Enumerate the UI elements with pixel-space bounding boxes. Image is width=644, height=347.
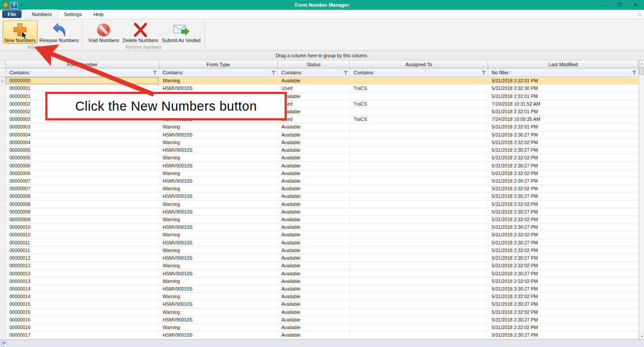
table-row[interactable]: 00000006HSMV90010SAvailable5/31/2018 2:3… <box>0 162 639 169</box>
cell[interactable]: 5/31/2018 2:32:02 PM <box>488 308 639 316</box>
cell[interactable]: 5/31/2018 2:32:02 PM <box>488 278 639 285</box>
cell[interactable]: Available <box>278 177 350 184</box>
cell[interactable]: 00000010 <box>6 231 159 238</box>
cell[interactable]: TraCS <box>350 100 488 107</box>
cell[interactable]: 5/31/2018 2:32:01 PM <box>488 92 639 99</box>
cell[interactable] <box>350 331 488 338</box>
tab-numbers[interactable]: Numbers <box>26 9 58 19</box>
cell[interactable]: Available <box>278 223 350 231</box>
cell[interactable] <box>350 77 488 84</box>
filter-funnel-icon[interactable] <box>482 71 486 75</box>
cell[interactable]: 00000009 <box>6 216 159 223</box>
column-header-status[interactable]: Status <box>278 60 350 68</box>
cell[interactable]: Warning <box>159 278 278 285</box>
cell[interactable]: Available <box>278 146 350 154</box>
scroll-up-icon[interactable]: ▲ <box>639 60 644 66</box>
table-row[interactable]: 00000001HSMV90010SUsedTraCS5/31/2018 2:3… <box>0 85 639 92</box>
filter-funnel-icon[interactable] <box>153 71 157 75</box>
column-header-assigned-to[interactable]: Assigned To <box>350 60 488 68</box>
cell[interactable]: 00000004 <box>6 139 159 146</box>
cell[interactable] <box>350 154 488 161</box>
cell[interactable]: Available <box>278 154 350 161</box>
cell[interactable]: HSMV90010S <box>159 270 278 277</box>
cell[interactable]: 5/31/2018 2:30:27 PM <box>488 239 639 246</box>
cell[interactable] <box>350 247 488 254</box>
cell[interactable] <box>350 293 488 300</box>
cell[interactable]: HSMV90010S <box>159 285 278 292</box>
cell[interactable]: Available <box>278 262 350 269</box>
cell[interactable]: 00000004 <box>6 131 159 138</box>
table-row[interactable]: 00000015HSMV90010SAvailable5/31/2018 2:3… <box>0 300 639 308</box>
cell[interactable]: 5/31/2018 2:32:02 PM <box>488 139 639 146</box>
cell[interactable] <box>350 162 488 169</box>
cell[interactable]: Available <box>278 316 350 323</box>
cell[interactable] <box>350 300 488 308</box>
filter-form-number[interactable]: Contains: <box>6 69 159 77</box>
cell[interactable]: HSMV90010S <box>159 331 278 338</box>
minimize-button[interactable]: — <box>598 2 608 8</box>
cell[interactable]: 00000011 <box>6 247 159 254</box>
table-row[interactable]: 00000005WarningAvailable5/31/2018 2:32:0… <box>0 154 639 162</box>
cell[interactable]: Available <box>278 92 350 99</box>
table-row[interactable]: ▷00000000WarningAvailable5/31/2018 2:32:… <box>0 77 639 85</box>
submit-as-voided-button[interactable]: Submit As Voided <box>160 21 202 44</box>
close-button[interactable]: ✕ <box>631 2 640 8</box>
table-row[interactable]: 00000016HSMV90010SAvailable5/31/2018 2:3… <box>0 316 639 324</box>
cell[interactable]: Available <box>278 170 350 177</box>
cell[interactable]: 00000013 <box>6 270 159 277</box>
cell[interactable]: Available <box>278 300 350 308</box>
cell[interactable]: 00000001 <box>6 85 159 92</box>
table-row[interactable]: 00000016WarningAvailable5/31/2018 2:32:0… <box>0 324 639 331</box>
table-row[interactable]: 00000011HSMV90010SAvailable5/31/2018 2:3… <box>0 239 639 247</box>
cell[interactable]: Available <box>278 278 350 285</box>
column-header-form-number[interactable]: Form Number <box>6 60 159 68</box>
cell[interactable]: Available <box>278 201 350 208</box>
cell[interactable]: 5/31/2018 2:30:27 PM <box>488 300 639 308</box>
table-row[interactable]: 00000005HSMV90010SAvailable5/31/2018 2:3… <box>0 146 639 154</box>
table-row[interactable]: 00000017HSMV90010SAvailable5/31/2018 2:3… <box>0 331 639 339</box>
cell[interactable] <box>350 262 488 269</box>
filter-last-modified[interactable]: No filter: <box>488 69 639 77</box>
restore-button[interactable]: ❐ <box>614 2 624 8</box>
cell[interactable]: Warning <box>159 324 278 331</box>
cell[interactable]: HSMV90010S <box>159 316 278 323</box>
cell[interactable] <box>350 216 488 223</box>
cell[interactable]: Warning <box>159 231 278 238</box>
cell[interactable]: Available <box>278 77 350 84</box>
cell[interactable]: Warning <box>159 185 278 192</box>
cell[interactable]: 00000013 <box>6 278 159 285</box>
cell[interactable]: 00000007 <box>6 185 159 192</box>
cell[interactable]: 00000011 <box>6 239 159 246</box>
file-tab[interactable]: File <box>2 10 22 18</box>
scrollbar-thumb[interactable] <box>639 67 644 75</box>
cell[interactable] <box>350 139 488 146</box>
cell[interactable] <box>350 185 488 192</box>
cell[interactable]: 5/31/2018 2:30:27 PM <box>488 162 639 169</box>
cell[interactable] <box>350 146 488 154</box>
cell[interactable]: Used <box>278 116 350 123</box>
cell[interactable] <box>350 123 488 130</box>
cell[interactable]: Available <box>278 293 350 300</box>
cell[interactable]: Used <box>278 85 350 92</box>
filter-funnel-icon[interactable] <box>632 71 636 75</box>
delete-numbers-button[interactable]: Delete Numbers <box>121 21 160 44</box>
cell[interactable]: 00000012 <box>6 254 159 261</box>
cell[interactable]: HSMV90010S <box>159 300 278 308</box>
cell[interactable] <box>350 170 488 177</box>
ribbon-collapse-icon[interactable]: △ <box>638 11 641 16</box>
refresh-icon[interactable]: ⟳ <box>1 340 7 347</box>
void-numbers-button[interactable]: Void Numbers <box>86 21 121 44</box>
cell[interactable] <box>350 208 488 215</box>
cell[interactable]: 00000008 <box>6 193 159 200</box>
cell[interactable]: Available <box>278 331 350 338</box>
cell[interactable]: 5/31/2018 2:32:02 PM <box>488 262 639 269</box>
cell[interactable] <box>350 308 488 316</box>
cell[interactable]: 5/31/2018 2:32:02 PM <box>488 293 639 300</box>
cell[interactable]: Warning <box>159 123 278 130</box>
cell[interactable]: 5/31/2018 2:32:02 PM <box>488 201 639 208</box>
table-row[interactable]: 00000014HSMV90010SAvailable5/31/2018 2:3… <box>0 285 639 293</box>
cell[interactable]: 5/31/2018 2:32:01 PM <box>488 77 639 84</box>
cell[interactable]: HSMV90010S <box>159 193 278 200</box>
cell[interactable] <box>350 254 488 261</box>
cell[interactable]: 5/31/2018 2:30:27 PM <box>488 131 639 138</box>
